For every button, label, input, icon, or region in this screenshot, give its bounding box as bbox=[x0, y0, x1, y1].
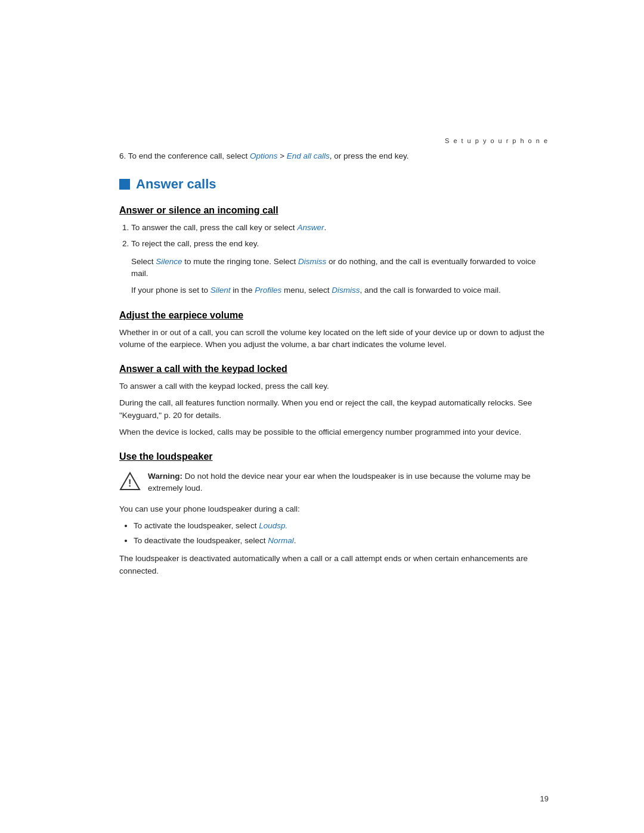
indent2-middle2: menu, select bbox=[281, 286, 332, 295]
keypad-locked-para-2: During the call, all features function n… bbox=[119, 397, 549, 422]
subsection-adjust-earpiece: Adjust the earpiece volume Whether in or… bbox=[119, 310, 549, 351]
loudspeaker-intro: You can use your phone loudspeaker durin… bbox=[119, 503, 549, 515]
loudspeaker-bullet-list: To activate the loudspeaker, select Loud… bbox=[134, 520, 549, 547]
subsection-answer-or-silence: Answer or silence an incoming call To an… bbox=[119, 205, 549, 296]
silence-link[interactable]: Silence bbox=[156, 257, 182, 266]
loudspeaker-closing: The loudspeaker is deactivated automatic… bbox=[119, 553, 549, 577]
subsection-keypad-locked: Answer a call with the keypad locked To … bbox=[119, 364, 549, 438]
subsection-heading-answer-or-silence: Answer or silence an incoming call bbox=[119, 205, 549, 216]
step2-text: To reject the call, press the end key. bbox=[131, 239, 259, 248]
answer-calls-section-heading: Answer calls bbox=[119, 176, 549, 192]
loudsp-link[interactable]: Loudsp. bbox=[259, 521, 287, 530]
step-6-suffix: , or press the end key. bbox=[330, 151, 409, 160]
page-content: 6. To end the conference call, select Op… bbox=[0, 150, 644, 630]
step-6-text: 6. To end the conference call, select bbox=[119, 151, 250, 160]
chapter-title: S e t u p y o u r p h o n e bbox=[445, 137, 549, 144]
dismiss-link-2[interactable]: Dismiss bbox=[332, 286, 360, 295]
keypad-locked-para-1: To answer a call with the keypad locked,… bbox=[119, 380, 549, 392]
list-item: To answer the call, press the call key o… bbox=[131, 222, 549, 234]
list-item: To deactivate the loudspeaker, select No… bbox=[134, 535, 549, 547]
svg-text:!: ! bbox=[128, 478, 131, 488]
blue-square-icon bbox=[119, 179, 130, 190]
end-all-calls-link[interactable]: End all calls bbox=[287, 151, 330, 160]
subsection-loudspeaker: Use the loudspeaker ! Warning: Do not ho… bbox=[119, 451, 549, 577]
indent1-middle: to mute the ringing tone. Select bbox=[182, 257, 298, 266]
warning-bold: Warning: bbox=[148, 472, 182, 481]
subsection-heading-loudspeaker: Use the loudspeaker bbox=[119, 451, 549, 462]
indent2-text: If your phone is set to bbox=[131, 286, 210, 295]
warning-body: Do not hold the device near your ear whe… bbox=[148, 472, 531, 493]
bullet1-text: To activate the loudspeaker, select bbox=[134, 521, 259, 530]
profiles-link[interactable]: Profiles bbox=[255, 286, 281, 295]
step1-suffix: . bbox=[324, 223, 326, 232]
options-link[interactable]: Options bbox=[250, 151, 278, 160]
dismiss-link-1[interactable]: Dismiss bbox=[298, 257, 326, 266]
bullet2-suffix: . bbox=[294, 536, 296, 545]
subsection-heading-adjust-earpiece: Adjust the earpiece volume bbox=[119, 310, 549, 321]
list-item: To reject the call, press the end key. bbox=[131, 238, 549, 250]
keypad-locked-para-3: When the device is locked, calls may be … bbox=[119, 426, 549, 438]
indent2-middle: in the bbox=[231, 286, 255, 295]
step-6: 6. To end the conference call, select Op… bbox=[119, 150, 549, 162]
answer-link[interactable]: Answer bbox=[297, 223, 324, 232]
silent-link[interactable]: Silent bbox=[210, 286, 231, 295]
bullet2-text: To deactivate the loudspeaker, select bbox=[134, 536, 268, 545]
normal-link[interactable]: Normal bbox=[268, 536, 294, 545]
page: S e t u p y o u r p h o n e 6. To end th… bbox=[0, 0, 644, 833]
page-header: S e t u p y o u r p h o n e bbox=[0, 0, 644, 150]
indent1-text: Select bbox=[131, 257, 156, 266]
warning-icon: ! bbox=[119, 472, 141, 491]
indent-block-1: Select Silence to mute the ringing tone.… bbox=[131, 256, 549, 280]
warning-box: ! Warning: Do not hold the device near y… bbox=[119, 470, 549, 495]
subsection-heading-keypad-locked: Answer a call with the keypad locked bbox=[119, 364, 549, 374]
page-number: 19 bbox=[540, 794, 549, 803]
indent-block-2: If your phone is set to Silent in the Pr… bbox=[131, 284, 549, 296]
adjust-earpiece-para: Whether in or out of a call, you can scr… bbox=[119, 327, 549, 351]
answer-calls-title: Answer calls bbox=[136, 176, 216, 192]
answer-steps-list: To answer the call, press the call key o… bbox=[131, 222, 549, 250]
step1-text: To answer the call, press the call key o… bbox=[131, 223, 297, 232]
warning-text: Warning: Do not hold the device near you… bbox=[148, 470, 549, 495]
list-item: To activate the loudspeaker, select Loud… bbox=[134, 520, 549, 532]
indent2-suffix: , and the call is forwarded to voice mai… bbox=[360, 286, 500, 295]
step-6-sep: > bbox=[277, 151, 286, 160]
